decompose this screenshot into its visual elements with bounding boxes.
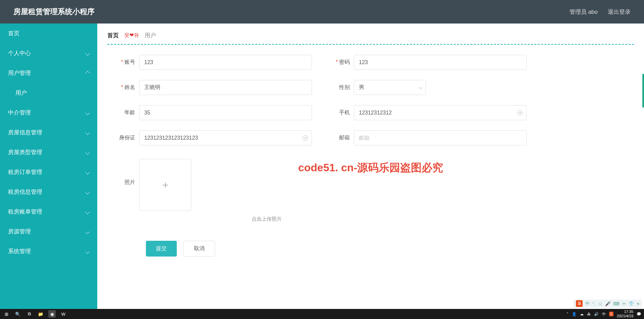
age-label: 年龄 bbox=[114, 109, 139, 116]
chevron-down-icon bbox=[85, 170, 90, 174]
tray-up-icon[interactable]: ˄ bbox=[567, 312, 569, 316]
sidebar-item-rent-order[interactable]: 租房订单管理 bbox=[0, 162, 97, 182]
chevron-down-icon bbox=[85, 209, 90, 214]
idcard-label: 身份证 bbox=[114, 134, 139, 141]
tray-lang[interactable]: 中 bbox=[602, 312, 606, 317]
scrollbar[interactable] bbox=[642, 74, 644, 107]
chevron-down-icon bbox=[85, 249, 90, 254]
name-label: 姓名 bbox=[114, 84, 139, 91]
account-label: 账号 bbox=[114, 59, 139, 66]
taskbar-clock[interactable]: 17:35 2021/4/19 bbox=[617, 310, 633, 318]
clear-icon[interactable]: ✕ bbox=[517, 110, 523, 116]
breadcrumb-current: 用户 bbox=[145, 32, 156, 39]
ime-punct-icon: °, bbox=[592, 301, 595, 306]
tray-onedrive-icon[interactable]: ☁ bbox=[580, 312, 584, 316]
search-icon[interactable]: 🔍 bbox=[14, 310, 21, 318]
sidebar-item-house-info[interactable]: 房屋信息管理 bbox=[0, 123, 97, 142]
sidebar-item-rent-bill[interactable]: 租房账单管理 bbox=[0, 202, 97, 222]
sidebar-item-users[interactable]: 用户 bbox=[0, 83, 97, 103]
ime-tools-icon: ✂ bbox=[622, 301, 626, 306]
phone-label: 手机 bbox=[329, 109, 354, 116]
tray-people-icon[interactable]: 👤 bbox=[572, 312, 577, 316]
clear-icon[interactable]: ✕ bbox=[303, 135, 308, 141]
word-icon[interactable]: W bbox=[60, 310, 67, 318]
sidebar-item-profile[interactable]: 个人中心 bbox=[0, 43, 97, 63]
tray-network-icon[interactable]: 🖧 bbox=[587, 312, 591, 316]
taskview-icon[interactable]: ⧉ bbox=[25, 310, 33, 318]
taskbar[interactable]: ⊞ 🔍 ⧉ 📁 ◉ W ˄ 👤 ☁ 🖧 🔊 中 S 17:35 2021/4/1… bbox=[0, 309, 644, 319]
app-title: 房屋租赁管理系统小程序 bbox=[13, 7, 95, 17]
photo-upload[interactable]: ＋ bbox=[139, 159, 191, 211]
logout-link[interactable]: 退出登录 bbox=[608, 8, 631, 16]
password-input[interactable] bbox=[354, 55, 527, 70]
chevron-down-icon bbox=[85, 229, 90, 234]
breadcrumb-home[interactable]: 首页 bbox=[107, 32, 119, 39]
sidebar-item-user-mgmt[interactable]: 用户管理 bbox=[0, 63, 97, 83]
upload-hint: 点击上传照片 bbox=[114, 216, 634, 222]
chevron-down-icon bbox=[85, 110, 90, 115]
password-label: 密码 bbox=[329, 59, 354, 66]
sidebar-item-rent-info[interactable]: 租房信息管理 bbox=[0, 182, 97, 202]
cancel-button[interactable]: 取消 bbox=[183, 241, 215, 257]
chevron-down-icon bbox=[85, 51, 90, 55]
ime-lang: 中 bbox=[585, 301, 590, 307]
sidebar-item-system[interactable]: 系统管理 bbox=[0, 241, 97, 261]
ime-keyboard-icon: ⌨ bbox=[613, 301, 620, 306]
current-user[interactable]: 管理员 abo bbox=[570, 8, 598, 16]
phone-input[interactable] bbox=[354, 105, 527, 120]
ime-menu-icon: ≡ bbox=[637, 301, 639, 306]
notifications-icon[interactable]: 💬 bbox=[637, 312, 641, 316]
gender-label: 性别 bbox=[329, 84, 354, 91]
sidebar-item-listing[interactable]: 房源管理 bbox=[0, 222, 97, 241]
account-input[interactable] bbox=[139, 55, 312, 70]
ime-skin-icon: 👕 bbox=[629, 301, 634, 306]
ime-emoji-icon: ☺ bbox=[598, 301, 602, 306]
chevron-down-icon bbox=[85, 130, 90, 135]
tray-sogou-icon[interactable]: S bbox=[609, 312, 613, 316]
sidebar: 首页 个人中心 用户管理 用户 中介管理 房屋信息管理 房屋类型管理 租房订单管… bbox=[0, 24, 97, 312]
explorer-icon[interactable]: 📁 bbox=[37, 310, 44, 318]
breadcrumb: 首页 웃❤유 用户 bbox=[107, 32, 634, 45]
chevron-up-icon bbox=[85, 71, 90, 75]
sidebar-item-home[interactable]: 首页 bbox=[0, 24, 97, 43]
gender-select[interactable] bbox=[354, 80, 426, 95]
chrome-icon[interactable]: ◉ bbox=[48, 310, 56, 318]
plus-icon: ＋ bbox=[160, 178, 170, 192]
tray-volume-icon[interactable]: 🔊 bbox=[594, 312, 599, 316]
ime-toolbar[interactable]: S 中 °, ☺ 🎤 ⌨ ✂ 👕 ≡ bbox=[573, 300, 642, 308]
heart-people-icon: 웃❤유 bbox=[124, 32, 139, 39]
sidebar-item-agent-mgmt[interactable]: 中介管理 bbox=[0, 103, 97, 123]
sidebar-item-house-type[interactable]: 房屋类型管理 bbox=[0, 142, 97, 162]
start-icon[interactable]: ⊞ bbox=[3, 310, 10, 318]
photo-label: 照片 bbox=[114, 159, 139, 186]
ime-mic-icon: 🎤 bbox=[605, 301, 610, 306]
sogou-icon: S bbox=[576, 300, 583, 307]
idcard-input[interactable] bbox=[139, 130, 312, 145]
submit-button[interactable]: 提交 bbox=[146, 241, 177, 257]
chevron-down-icon bbox=[85, 189, 90, 194]
age-input[interactable] bbox=[139, 105, 312, 120]
email-input[interactable] bbox=[354, 130, 527, 145]
email-label: 邮箱 bbox=[329, 134, 354, 141]
name-input[interactable] bbox=[139, 80, 312, 95]
chevron-down-icon bbox=[85, 150, 90, 154]
